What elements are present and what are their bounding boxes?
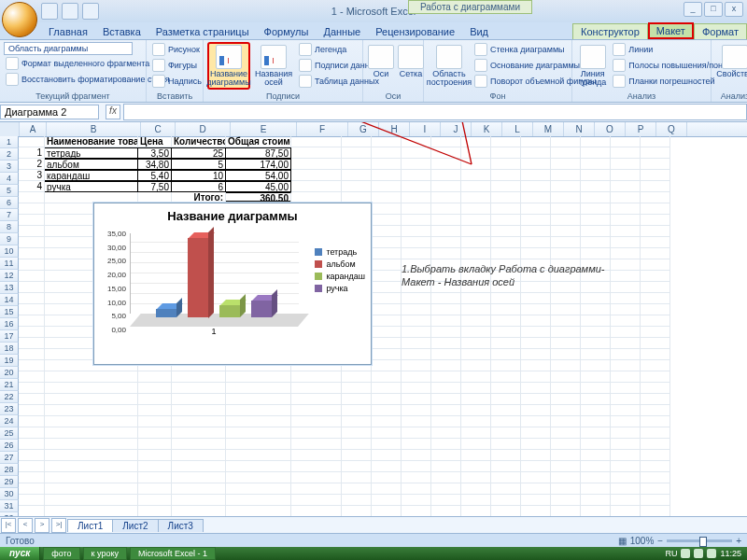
name-box[interactable]: Диаграмма 2 (0, 105, 99, 119)
cell[interactable] (641, 383, 670, 394)
cell[interactable] (581, 147, 611, 159)
cell[interactable] (342, 159, 372, 170)
cell[interactable] (342, 405, 372, 416)
cell[interactable] (641, 248, 670, 259)
cell[interactable] (402, 248, 431, 259)
cell[interactable] (226, 461, 291, 472)
cell[interactable] (402, 170, 431, 181)
plot-area-button[interactable]: Область построения (428, 42, 471, 90)
cell[interactable] (226, 383, 291, 394)
col-header[interactable]: N (564, 122, 595, 136)
cell[interactable]: ручка (45, 181, 138, 192)
cell[interactable] (402, 181, 431, 192)
cell[interactable] (372, 483, 402, 495)
cell[interactable] (581, 439, 611, 450)
cell[interactable] (521, 136, 551, 147)
sheet-nav-prev[interactable]: < (18, 518, 33, 533)
cell[interactable] (402, 159, 431, 170)
cell[interactable] (611, 360, 641, 371)
cell[interactable] (342, 147, 372, 159)
cell[interactable] (611, 203, 641, 215)
cell[interactable] (172, 394, 226, 405)
cell[interactable] (551, 383, 581, 394)
cell[interactable] (431, 338, 461, 349)
cell[interactable] (19, 427, 45, 439)
cell[interactable] (45, 371, 138, 383)
col-header[interactable]: C (141, 122, 176, 136)
cell[interactable]: карандаш (45, 170, 138, 181)
cell[interactable] (342, 461, 372, 472)
row-header[interactable]: 31 (0, 500, 19, 512)
cell[interactable] (551, 192, 581, 203)
cell[interactable] (611, 495, 641, 506)
cell[interactable] (342, 383, 372, 394)
cell[interactable] (491, 327, 521, 338)
cell[interactable] (491, 394, 521, 405)
cell[interactable] (521, 495, 551, 506)
cell[interactable] (521, 237, 551, 248)
cell[interactable] (551, 461, 581, 472)
cell[interactable] (521, 338, 551, 349)
zoom-control[interactable]: ▦ 100% − + (618, 536, 741, 546)
tab-Данные[interactable]: Данные (316, 24, 368, 39)
row-header[interactable]: 1 (0, 136, 19, 148)
cell[interactable] (641, 483, 670, 495)
cell[interactable] (19, 383, 45, 394)
cell[interactable] (461, 237, 491, 248)
cell[interactable] (551, 427, 581, 439)
row-header[interactable]: 12 (0, 270, 19, 282)
cell[interactable] (551, 472, 581, 483)
cell[interactable] (641, 495, 670, 506)
cell[interactable]: Цена (138, 136, 172, 147)
chart-bar[interactable] (219, 305, 240, 317)
row-header[interactable]: 26 (0, 440, 19, 452)
sheet-tab[interactable]: Лист2 (112, 519, 158, 532)
formula-input[interactable] (123, 104, 747, 120)
cell[interactable] (521, 159, 551, 170)
cell[interactable] (431, 304, 461, 315)
cell[interactable] (611, 259, 641, 271)
cell[interactable] (641, 293, 670, 304)
cell[interactable] (491, 371, 521, 383)
cell[interactable] (551, 248, 581, 259)
cell[interactable]: 174,00 (226, 159, 291, 170)
cell[interactable] (45, 405, 138, 416)
row-header[interactable]: 4 (0, 173, 19, 185)
cell[interactable]: тетрадь (45, 147, 138, 159)
cell[interactable] (581, 427, 611, 439)
cell[interactable] (611, 237, 641, 248)
cell[interactable] (491, 461, 521, 472)
cell[interactable] (521, 248, 551, 259)
cell[interactable] (461, 293, 491, 304)
cell[interactable] (226, 427, 291, 439)
cell[interactable] (551, 203, 581, 215)
cell[interactable] (611, 315, 641, 327)
cell[interactable] (172, 495, 226, 506)
cell[interactable] (581, 360, 611, 371)
cell[interactable] (611, 282, 641, 293)
col-header[interactable]: Q (656, 122, 687, 136)
cell[interactable] (581, 159, 611, 170)
cell[interactable] (641, 427, 670, 439)
cell[interactable] (431, 327, 461, 338)
cell[interactable] (291, 405, 342, 416)
system-tray[interactable]: RU 11:25 (659, 549, 747, 558)
cell[interactable] (581, 495, 611, 506)
cell[interactable] (431, 472, 461, 483)
cell[interactable] (431, 371, 461, 383)
col-header[interactable]: A (20, 122, 47, 136)
cell[interactable] (372, 259, 402, 271)
cell[interactable] (521, 215, 551, 226)
cell[interactable] (402, 147, 431, 159)
cell[interactable] (402, 215, 431, 226)
cell[interactable] (461, 147, 491, 159)
row-header[interactable]: 7 (0, 209, 19, 221)
cell[interactable] (551, 450, 581, 461)
cell[interactable] (372, 170, 402, 181)
cell[interactable] (461, 427, 491, 439)
cell[interactable] (461, 248, 491, 259)
cell[interactable] (521, 483, 551, 495)
tab-Вид[interactable]: Вид (462, 24, 496, 39)
cell[interactable] (402, 203, 431, 215)
cell[interactable] (402, 338, 431, 349)
